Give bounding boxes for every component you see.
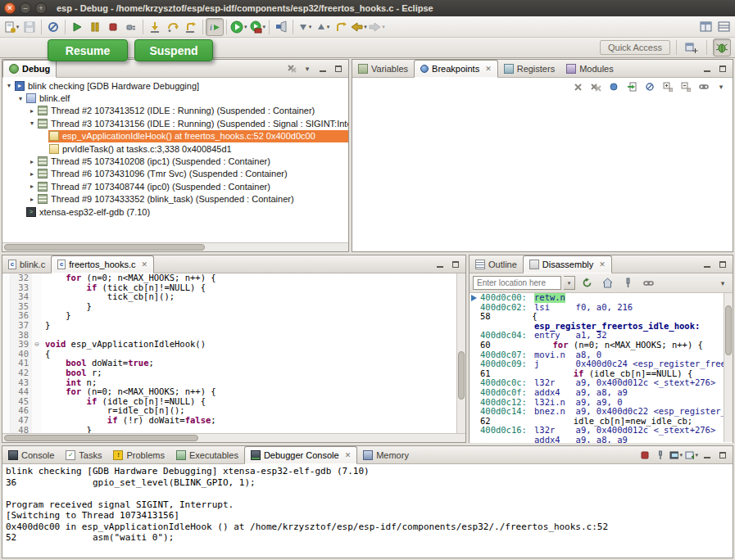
terminate-button[interactable]: [104, 18, 122, 36]
maximize-view-button[interactable]: [716, 449, 729, 462]
tab-problems[interactable]: !Problems: [107, 446, 170, 463]
tab-console[interactable]: Console: [2, 446, 60, 463]
twisty-icon[interactable]: ▾: [16, 95, 25, 102]
disassembly-row[interactable]: 400d0c00:retw.n: [470, 293, 733, 303]
tab-breakpoints[interactable]: Breakpoints✕: [414, 60, 498, 78]
terminate-console-button[interactable]: [638, 449, 651, 462]
code-line[interactable]: 47 if (!r) doWait=false;: [11, 416, 465, 426]
external-tools-button[interactable]: ▾: [248, 18, 267, 36]
debug-tree-item[interactable]: ▸Thread #7 1073408744 (ipc0) (Suspended …: [2, 180, 348, 192]
link-with-debug-button[interactable]: [639, 274, 657, 292]
minimize-view-button[interactable]: [433, 258, 447, 271]
window-table-icon[interactable]: [715, 18, 733, 36]
tab-variables[interactable]: Variables: [352, 60, 414, 77]
view-menu-icon[interactable]: ▾: [715, 80, 728, 93]
disassembly-vertical-scrollbar[interactable]: [724, 293, 733, 442]
debug-tree-item[interactable]: ▾▸blink checking [GDB Hardware Debugging…: [2, 79, 348, 92]
code-line[interactable]: 32 for (n=0; n<MAX_HOOKS; n++) {: [11, 273, 465, 283]
close-icon[interactable]: ✕: [142, 260, 148, 269]
code-line[interactable]: 44 for (n=0; n<MAX_HOOKS; n++) {: [11, 387, 465, 397]
maximize-view-button[interactable]: [716, 258, 729, 271]
debug-tree-item[interactable]: >xtensa-esp32-elf-gdb (7.10): [2, 205, 348, 218]
close-icon[interactable]: ✕: [485, 65, 492, 73]
tab-debug[interactable]: Debug: [2, 60, 57, 78]
debug-tree-item[interactable]: prvIdleTask() at tasks.c:3,338 0x400845d…: [2, 142, 348, 155]
disassembly-row[interactable]: 400d0c14:bnez.n a9, 0x400d0c22 <esp_regi…: [470, 407, 733, 417]
tab-modules[interactable]: Modules: [560, 60, 619, 77]
remove-all-terminated-button[interactable]: [285, 62, 298, 75]
tab-memory[interactable]: Memory: [357, 446, 415, 463]
view-menu-icon[interactable]: ▾: [716, 277, 729, 290]
editor-horizontal-scrollbar[interactable]: [2, 433, 465, 442]
tab-blink-c[interactable]: cblink.c: [2, 255, 51, 273]
display-selected-console-button[interactable]: ▾: [669, 449, 683, 462]
location-input[interactable]: [473, 276, 561, 290]
forward-button[interactable]: ▾: [368, 18, 386, 36]
next-annotation-button[interactable]: ▾: [296, 18, 314, 36]
suspend-button[interactable]: [86, 18, 104, 36]
step-over-button[interactable]: [164, 18, 182, 36]
disassembly-content[interactable]: 400d0c00:retw.n400d0c02:lsi f0, a0, 2165…: [470, 293, 733, 443]
debug-tree-item[interactable]: ▸Thread #2 1073413512 (IDLE : Running) (…: [2, 105, 348, 117]
previous-annotation-button[interactable]: ▾: [314, 18, 332, 36]
tab-freertos-hooks-c[interactable]: cfreertos_hooks.c✕: [51, 255, 154, 273]
window-grid-icon[interactable]: [696, 18, 715, 36]
editor-vertical-scrollbar[interactable]: [456, 273, 465, 435]
debug-tree-item[interactable]: ▾blink.elf: [2, 92, 348, 104]
skip-all-breakpoints-small-button[interactable]: [642, 79, 657, 94]
maximize-view-button[interactable]: [449, 258, 462, 271]
maximize-view-button[interactable]: [332, 62, 345, 75]
pin-view-button[interactable]: [619, 274, 637, 292]
minimize-view-button[interactable]: [701, 62, 714, 75]
step-return-button[interactable]: [182, 18, 200, 36]
twisty-icon[interactable]: ▸: [27, 183, 37, 190]
window-minimize-button[interactable]: –: [20, 2, 31, 14]
tab-debugger-console[interactable]: Debugger Console✕: [244, 446, 357, 464]
code-line[interactable]: 35 }: [11, 302, 465, 312]
debug-tree-item[interactable]: esp_vApplicationIdleHook() at freertos_h…: [2, 130, 348, 142]
show-breakpoints-supported-button[interactable]: [606, 79, 621, 94]
scrollbar-thumb[interactable]: [458, 351, 465, 400]
close-icon[interactable]: ✕: [599, 260, 606, 269]
step-into-button[interactable]: [146, 18, 164, 36]
twisty-icon[interactable]: ▸: [27, 107, 37, 115]
tab-executables[interactable]: Executables: [170, 446, 244, 463]
scrollbar-thumb[interactable]: [4, 244, 205, 251]
window-close-button[interactable]: ✕: [4, 2, 16, 14]
debug-perspective-button[interactable]: [713, 38, 731, 56]
link-with-debug-view-button[interactable]: [696, 79, 711, 94]
view-menu-icon[interactable]: ▾: [301, 62, 314, 75]
fold-marker-icon[interactable]: ⊖: [32, 340, 42, 350]
debug-tree-item[interactable]: ▾Thread #3 1073413156 (IDLE : Running) (…: [2, 117, 348, 129]
open-perspective-button[interactable]: [683, 38, 701, 56]
disassembly-row[interactable]: 400d0c0f:addx4 a9, a8, a9: [470, 388, 733, 398]
minimize-view-button[interactable]: [701, 258, 714, 271]
last-edit-location-button[interactable]: [332, 18, 350, 36]
twisty-icon[interactable]: ▸: [27, 170, 37, 178]
collapse-all-button[interactable]: [678, 79, 693, 94]
maximize-view-button[interactable]: [716, 62, 729, 75]
code-line[interactable]: 37}: [11, 321, 465, 331]
search-button[interactable]: [272, 18, 290, 36]
tab-outline[interactable]: Outline: [470, 255, 523, 273]
debug-tree-item[interactable]: ▸Thread #9 1073433352 (blink_task) (Susp…: [2, 193, 348, 205]
minimize-view-button[interactable]: [701, 449, 714, 462]
location-dropdown-icon[interactable]: ▾: [564, 276, 575, 290]
back-button[interactable]: ▾: [350, 18, 368, 36]
skip-all-breakpoints-button[interactable]: [44, 18, 62, 36]
go-home-button[interactable]: [598, 274, 616, 292]
window-maximize-button[interactable]: +: [35, 2, 47, 14]
code-line[interactable]: 39⊖void esp_vApplicationIdleHook(): [11, 340, 465, 350]
tab-tasks[interactable]: ✓Tasks: [60, 446, 107, 463]
twisty-icon[interactable]: ▸: [27, 196, 37, 203]
expand-all-button[interactable]: [660, 79, 675, 94]
twisty-icon[interactable]: ▸: [27, 158, 37, 165]
quick-access-button[interactable]: Quick Access: [600, 40, 670, 55]
open-console-button[interactable]: ▾: [685, 449, 698, 462]
scrollbar-thumb[interactable]: [725, 305, 732, 356]
instruction-stepping-toggle[interactable]: i: [206, 18, 224, 36]
twisty-icon[interactable]: ▾: [4, 82, 14, 89]
resume-button[interactable]: [68, 18, 86, 36]
code-line[interactable]: 36 }: [11, 311, 465, 321]
refresh-view-button[interactable]: [578, 274, 596, 292]
